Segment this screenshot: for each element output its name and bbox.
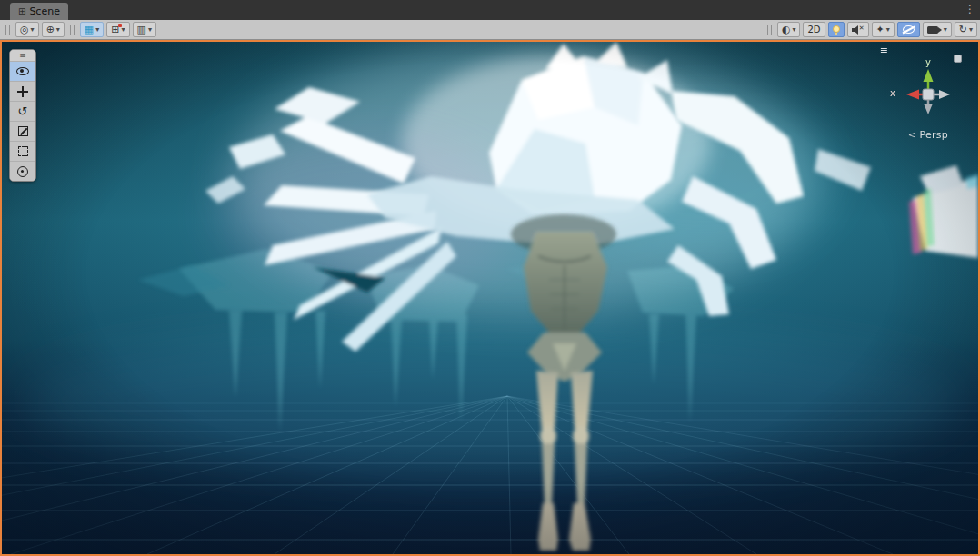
scale-tool-button[interactable] [10, 121, 35, 141]
tab-label: Scene [29, 5, 60, 17]
transform-tool-icon [17, 166, 28, 177]
chevron-down-icon: ▾ [95, 26, 99, 34]
tools-overlay-handle[interactable]: ≡ [10, 50, 35, 61]
effects-icon: ✦ [876, 25, 885, 35]
tools-overlay: ≡ ↺ [9, 49, 36, 182]
grid-icon: ▦ [85, 25, 94, 35]
toolbar-drag-handle[interactable] [70, 25, 75, 35]
gizmo-overlay-handle[interactable]: ≡ [880, 45, 888, 55]
rect-tool-icon [18, 146, 28, 156]
hamburger-icon: ≡ [19, 51, 26, 60]
orbit-icon: ↻ [959, 25, 967, 35]
meter-icon: ▥ [137, 25, 146, 35]
chevron-down-icon: ▾ [969, 26, 973, 34]
scene-camera-dropdown[interactable]: ▾ [923, 22, 952, 37]
chevron-down-icon: ▾ [792, 26, 795, 34]
transform-tool-button[interactable] [10, 161, 35, 181]
mute-x-icon: ✕ [859, 25, 865, 32]
rotate-tool-icon: ↺ [18, 105, 28, 117]
toolbar-drag-handle[interactable] [5, 25, 10, 35]
rect-tool-button[interactable] [10, 141, 35, 161]
2d-toggle-button[interactable]: 2D [803, 22, 825, 37]
chevron-down-icon: ▾ [944, 26, 947, 34]
projection-toggle[interactable]: <Persp [899, 129, 957, 141]
snap-settings-dropdown[interactable]: ⊞ ▾ [106, 22, 129, 37]
axis-x-label[interactable]: x [890, 89, 895, 98]
audio-muted-icon: ✕ [852, 25, 865, 35]
lightbulb-icon [833, 25, 840, 33]
camera-settings-dropdown[interactable]: ◎ ▾ [15, 22, 39, 37]
shaded-sphere-icon: ◐ [782, 25, 791, 35]
unity-scene-window: ⊞ Scene ⋮ ◎ ▾ ⊕ ▾ ▦ ▾ ⊞ ▾ ▥ ▾ [0, 0, 980, 556]
projection-arrow-icon: < [908, 129, 917, 141]
gizmos-dropdown[interactable]: ↻ ▾ [955, 22, 977, 37]
grid-visibility-dropdown[interactable]: ▦ ▾ [80, 22, 104, 37]
skybox-dropdown[interactable]: ⊕ ▾ [42, 22, 65, 37]
video-camera-icon [927, 26, 938, 34]
scene-3d-render [2, 42, 978, 554]
projection-label: Persp [919, 129, 948, 141]
axis-y-label[interactable]: y [925, 58, 931, 67]
orientation-gizmo[interactable]: y x [899, 62, 957, 120]
tab-scene[interactable]: ⊞ Scene [10, 3, 68, 20]
chevron-down-icon: ▾ [56, 26, 60, 34]
snap-increment-dropdown[interactable]: ▥ ▾ [133, 22, 156, 37]
globe-icon: ⊕ [46, 25, 55, 35]
scene-3d-viewport[interactable]: ≡ ↺ ≡ [0, 40, 980, 556]
scene-visibility-toggle[interactable] [897, 22, 920, 37]
snap-grid-icon: ⊞ [111, 25, 119, 35]
view-tool-button[interactable] [10, 61, 35, 81]
rotate-tool-button[interactable]: ↺ [10, 101, 35, 121]
eye-hidden-icon [903, 25, 915, 34]
2d-label: 2D [807, 25, 820, 35]
scale-tool-icon [18, 126, 28, 136]
move-tool-icon [17, 86, 28, 97]
vignette [2, 42, 978, 554]
chevron-down-icon: ▾ [31, 26, 35, 34]
chevron-down-icon: ▾ [148, 26, 152, 34]
overflow-menu-icon[interactable]: ⋮ [965, 3, 975, 15]
tab-bar: ⊞ Scene ⋮ [0, 0, 980, 20]
scene-toolbar: ◎ ▾ ⊕ ▾ ▦ ▾ ⊞ ▾ ▥ ▾ ◐ ▾ 2D [0, 20, 980, 40]
shading-mode-dropdown[interactable]: ◐ ▾ [777, 22, 801, 37]
lighting-toggle-button[interactable] [828, 22, 845, 37]
view-eye-icon [16, 67, 29, 75]
scene-tab-icon: ⊞ [18, 7, 25, 16]
chevron-down-icon: ▾ [122, 26, 125, 34]
move-tool-button[interactable] [10, 81, 35, 101]
audio-toggle-button[interactable]: ✕ [847, 22, 869, 37]
orientation-gizmo-axes [899, 62, 957, 120]
camera-lens-icon: ◎ [20, 25, 29, 35]
toolbar-drag-handle[interactable] [767, 25, 772, 35]
effects-dropdown[interactable]: ✦ ▾ [872, 22, 895, 37]
chevron-down-icon: ▾ [886, 26, 890, 34]
